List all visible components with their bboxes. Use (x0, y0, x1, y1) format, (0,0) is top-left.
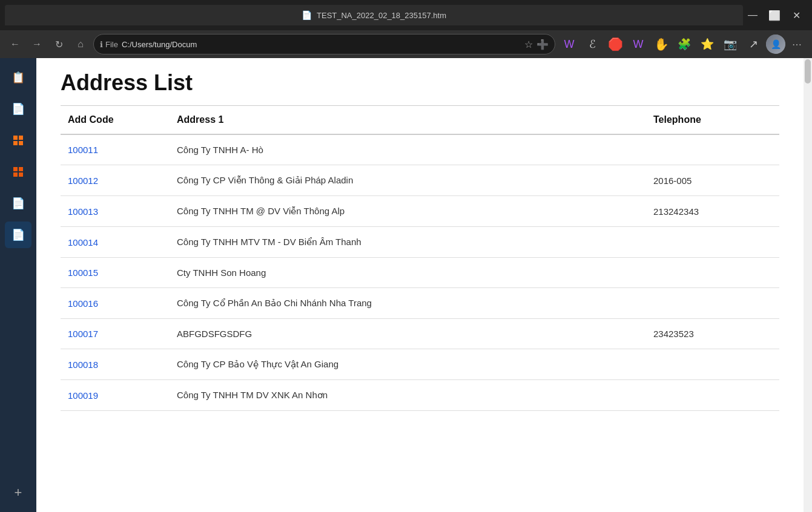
back-button[interactable]: ← (6, 35, 24, 53)
info-icon: ℹ (100, 40, 103, 49)
profile-avatar[interactable]: 👤 (766, 34, 785, 54)
cell-telephone (646, 380, 779, 411)
table-row: 100014Công Ty TNHH MTV TM - DV Biển Âm T… (61, 227, 779, 258)
cell-address1: Công Ty TNHH TM DV XNK An Nhơn (170, 380, 646, 411)
stop-icon[interactable]: ✋ (651, 34, 672, 54)
sidebar-add-button[interactable]: + (5, 479, 31, 506)
svg-rect-5 (19, 167, 23, 171)
table-row: 100017ABFGDSFGSDFG23423523 (61, 319, 779, 349)
refresh-button[interactable]: ↻ (50, 35, 68, 53)
cell-telephone (646, 288, 779, 319)
protocol-label: File (105, 40, 118, 49)
col-header-add-code: Add Code (61, 106, 170, 134)
svg-rect-6 (13, 172, 18, 177)
cell-add-code: 100014 (61, 227, 170, 258)
forward-button[interactable]: → (28, 35, 46, 53)
more-options-button[interactable]: ⋯ (788, 35, 806, 53)
address-table: Add Code Address 1 Telephone 100011Công … (61, 106, 779, 411)
window-controls: — ⬜ ✕ (747, 10, 807, 21)
svg-rect-4 (13, 167, 18, 171)
svg-rect-1 (19, 136, 23, 140)
content-area: Address List Add Code Address 1 Telephon… (36, 58, 804, 512)
table-row: 100015Cty TNHH Son Hoang (61, 258, 779, 288)
cell-telephone (646, 349, 779, 380)
table-row: 100012Công Ty CP Viễn Thông & Giải Pháp … (61, 165, 779, 196)
wappalyzer-icon[interactable]: W (559, 34, 579, 54)
cell-address1: Công Ty Cổ Phần An Bảo Chi Nhánh Nha Tra… (170, 288, 646, 319)
cell-add-code: 100018 (61, 349, 170, 380)
cell-telephone (646, 227, 779, 258)
scrollbar-track[interactable] (804, 58, 812, 512)
svg-rect-7 (19, 172, 23, 177)
screenshot-icon[interactable]: 📷 (720, 34, 741, 54)
cell-address1: Cty TNHH Son Hoang (170, 258, 646, 288)
sidebar-item-document3[interactable]: 📄 (5, 222, 31, 248)
add-bookmark-icon[interactable]: ➕ (536, 39, 549, 50)
address-text[interactable]: C:/Users/tung/Docum (122, 40, 521, 49)
cell-address1: Công Ty CP Viễn Thông & Giải Pháp Aladin (170, 165, 646, 196)
svg-rect-2 (13, 141, 18, 145)
cell-address1: Công Ty TNHH A- Hò (170, 134, 646, 165)
maximize-button[interactable]: ⬜ (768, 10, 781, 21)
cell-add-code: 100011 (61, 134, 170, 165)
cell-add-code: 100019 (61, 380, 170, 411)
protocol-info: ℹ File (100, 40, 118, 49)
cell-add-code: 100015 (61, 258, 170, 288)
sidebar-item-grid2[interactable] (5, 159, 31, 185)
cell-telephone: 23423523 (646, 319, 779, 349)
ublock-icon[interactable]: 🛑 (605, 34, 626, 54)
cell-address1: Công Ty TNHH MTV TM - DV Biển Âm Thanh (170, 227, 646, 258)
share-icon[interactable]: ↗ (743, 34, 764, 54)
extensions-icon[interactable]: ℰ (582, 34, 602, 54)
bookmark-icon[interactable]: ☆ (524, 39, 533, 50)
cell-telephone: 213242343 (646, 196, 779, 227)
avatar-image: 👤 (766, 34, 785, 54)
title-bar-area: 📄 TEST_NA_2022_02_18_235157.htm — ⬜ ✕ (0, 0, 812, 30)
cell-address1: Công Ty TNHH TM @ DV Viễn Thông Alp (170, 196, 646, 227)
address-bar[interactable]: ℹ File C:/Users/tung/Docum ☆ ➕ (93, 34, 555, 54)
col-header-address1: Address 1 (170, 106, 646, 134)
table-row: 100018Công Ty CP Bảo Vệ Thực Vật An Gian… (61, 349, 779, 380)
cell-add-code: 100013 (61, 196, 170, 227)
main-layout: 📋 📄 📄 📄 + Address List (0, 58, 812, 512)
sidebar-item-clipboard[interactable]: 📋 (5, 64, 31, 91)
sidebar-item-document2[interactable]: 📄 (5, 190, 31, 217)
wappalyzer2-icon[interactable]: W (628, 34, 649, 54)
table-row: 100016Công Ty Cổ Phần An Bảo Chi Nhánh N… (61, 288, 779, 319)
table-header-row: Add Code Address 1 Telephone (61, 106, 779, 134)
tab-doc-icon: 📄 (302, 10, 312, 20)
cell-telephone (646, 134, 779, 165)
cell-telephone (646, 258, 779, 288)
puzzle-icon[interactable]: 🧩 (674, 34, 695, 54)
nav-bar: ← → ↻ ⌂ ℹ File C:/Users/tung/Docum ☆ ➕ W… (0, 30, 812, 58)
table-row: 100011Công Ty TNHH A- Hò (61, 134, 779, 165)
cell-telephone: 2016-005 (646, 165, 779, 196)
close-button[interactable]: ✕ (790, 10, 802, 21)
sidebar-item-grid1[interactable] (5, 127, 31, 154)
cell-address1: Công Ty CP Bảo Vệ Thực Vật An Giang (170, 349, 646, 380)
cell-address1: ABFGDSFGSDFG (170, 319, 646, 349)
home-button[interactable]: ⌂ (71, 35, 90, 53)
star-icon[interactable]: ⭐ (697, 34, 718, 54)
cell-add-code: 100017 (61, 319, 170, 349)
tab-title-text: TEST_NA_2022_02_18_235157.htm (317, 11, 446, 20)
svg-rect-0 (13, 136, 18, 140)
table-row: 100013Công Ty TNHH TM @ DV Viễn Thông Al… (61, 196, 779, 227)
sidebar-item-document1[interactable]: 📄 (5, 96, 31, 122)
svg-rect-3 (19, 141, 23, 145)
scrollbar-thumb[interactable] (805, 59, 811, 84)
cell-add-code: 100012 (61, 165, 170, 196)
tab-title[interactable]: 📄 TEST_NA_2022_02_18_235157.htm (5, 5, 743, 25)
minimize-button[interactable]: — (747, 10, 759, 21)
col-header-telephone: Telephone (646, 106, 779, 134)
page-title: Address List (61, 70, 779, 96)
sidebar: 📋 📄 📄 📄 + (0, 58, 36, 512)
table-row: 100019Công Ty TNHH TM DV XNK An Nhơn (61, 380, 779, 411)
cell-add-code: 100016 (61, 288, 170, 319)
toolbar-icons: W ℰ 🛑 W ✋ 🧩 ⭐ 📷 ↗ 👤 ⋯ (559, 34, 806, 54)
